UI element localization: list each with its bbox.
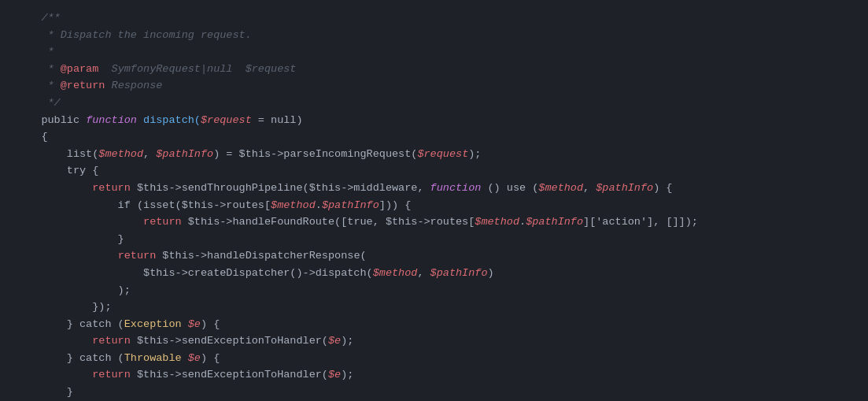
table-row: } [16,231,852,248]
table-row: try { [16,162,852,180]
table-row: ); [16,282,852,299]
table-row: list($method, $pathInfo) = $this->parseI… [16,146,852,163]
code-editor: /** * Dispatch the incoming request. * *… [0,0,868,401]
table-row: /** [16,9,852,27]
table-row: } [16,384,852,401]
table-row: public function dispatch($request = null… [16,112,852,129]
table-row: $this->createDispatcher()->dispatch($met… [16,265,852,282]
table-row: { [16,128,852,146]
table-row: * [16,43,852,61]
table-row: */ [16,95,852,112]
table-row: * Dispatch the incoming request. [16,27,852,44]
table-row: return $this->sendThroughPipeline($this-… [16,180,852,197]
table-row: } catch (Throwable $e) { [16,350,852,367]
table-row: * @param SymfonyRequest|null $request [16,61,852,78]
table-row: if (isset($this->routes[$method.$pathInf… [16,197,852,214]
code-lines: /** * Dispatch the incoming request. * *… [16,9,852,401]
table-row: } catch (Exception $e) { [16,316,852,333]
table-row: return $this->sendExceptionToHandler($e)… [16,366,852,384]
table-row: return $this->sendExceptionToHandler($e)… [16,332,852,350]
table-row: }); [16,299,852,316]
table-row: return $this->handleDispatcherResponse( [16,247,852,265]
table-row: return $this->handleFoundRoute([true, $t… [16,213,852,231]
table-row: * @return Response [16,77,852,95]
